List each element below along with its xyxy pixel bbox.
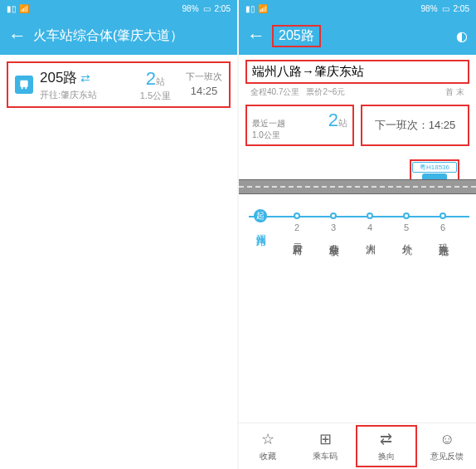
schedule-label: 首 末 (445, 86, 464, 98)
stop-name: 云露村口 (290, 236, 304, 239)
status-time: 2:05 (454, 4, 469, 13)
nav-feedback[interactable]: ☺ 意见反馈 (419, 423, 477, 469)
road-graphic (239, 179, 476, 194)
bottom-nav: ☆ 收藏 ⊞ 乘车码 ⇄ 换向 ☺ 意见反馈 (239, 423, 476, 469)
stop-dot (330, 213, 337, 219)
stop-item[interactable]: 4大洲 (352, 226, 388, 239)
next-time: 14:25 (429, 119, 456, 131)
page-title: 205路 (272, 25, 321, 47)
stop-dot (440, 213, 446, 219)
license-plate: 粤H18536 (412, 162, 457, 173)
battery-text: 98% (182, 4, 199, 13)
track-area: 粤H18536 (239, 159, 476, 204)
next-label: 下一班次 (186, 71, 222, 82)
svg-point-1 (22, 87, 23, 89)
stop-dot (367, 213, 373, 219)
route-main: 205路 ⇄ 开往:肇庆东站 (40, 68, 134, 101)
bus-icon (15, 76, 33, 94)
back-icon[interactable]: ← (247, 25, 265, 46)
route-destination: 开往:肇庆东站 (40, 89, 134, 101)
next-label: 下一班次： (375, 119, 429, 131)
status-time: 2:05 (215, 4, 231, 13)
recent-distance: 1.0公里 (252, 129, 285, 141)
stops-unit: 站 (156, 76, 165, 86)
screen-route-detail: ▮▯ 📶 98% ▭ 2:05 ← 205路 ◐ 端州八路→肇庆东站 全程40.… (239, 0, 476, 469)
stop-dot (403, 213, 410, 219)
route-card[interactable]: 205路 ⇄ 开往:肇庆东站 2站 1.5公里 下一班次 14:25 (7, 61, 231, 108)
nav-label: 收藏 (260, 451, 276, 462)
header: ← 火车站综合体(肇庆大道） (0, 17, 237, 55)
stops-count: 2 (146, 68, 156, 89)
headset-icon: ☺ (440, 431, 454, 448)
route-meta: 全程40.7公里 票价2~6元 首 末 (239, 86, 476, 101)
stop-name: 大洲 (363, 236, 377, 237)
star-icon: ☆ (261, 430, 274, 448)
stop-number: 4 (352, 222, 388, 232)
nav-label: 乘车码 (313, 451, 338, 462)
stop-number: 2 (279, 222, 315, 232)
swap-icon[interactable]: ⇄ (80, 71, 90, 85)
stop-item[interactable]: 6玑东路北 (425, 226, 461, 239)
distance: 1.5公里 (140, 90, 171, 101)
next-time: 14:25 (186, 85, 222, 98)
stop-name: 端州八路 (254, 226, 268, 229)
battery-text: 98% (421, 4, 438, 13)
svg-rect-0 (20, 81, 27, 87)
origin-badge: 起 (254, 209, 267, 222)
nav-qrcode[interactable]: ⊞ 乘车码 (297, 423, 355, 469)
signal-icon: ▮▯ (7, 4, 17, 13)
status-bar: ▮▯ 📶 98% ▭ 2:05 (0, 0, 237, 17)
signal-icon: ▮▯ (245, 4, 255, 13)
nav-favorite[interactable]: ☆ 收藏 (239, 423, 297, 469)
stops-info: 2站 1.5公里 (140, 68, 171, 101)
info-blocks: 最近一趟 1.0公里 2站 下一班次：14:25 (239, 101, 476, 149)
next-info: 下一班次 14:25 (186, 71, 222, 98)
stop-name: 外坑 (400, 236, 414, 237)
next-block[interactable]: 下一班次：14:25 (361, 105, 469, 146)
tip-icon[interactable]: ◐ (456, 28, 468, 44)
header: ← 205路 ◐ (239, 17, 476, 55)
nav-label: 换向 (378, 451, 395, 462)
battery-icon: ▭ (203, 4, 211, 13)
qr-icon: ⊞ (319, 430, 332, 448)
svg-point-2 (25, 87, 27, 89)
stops-row[interactable]: 起端州八路2云露村口3商业学校4大洲5外坑6玑东路北 (239, 226, 476, 239)
stop-dot (294, 213, 300, 219)
recent-stops-count: 2 (328, 110, 338, 130)
total-distance: 全程40.7公里 (250, 86, 299, 98)
nav-swap-direction[interactable]: ⇄ 换向 (356, 425, 417, 467)
page-title: 火车站综合体(肇庆大道） (33, 27, 183, 45)
swap-icon: ⇄ (380, 430, 392, 448)
nav-label: 意见反馈 (430, 451, 464, 462)
screen-route-list: ▮▯ 📶 98% ▭ 2:05 ← 火车站综合体(肇庆大道） 205路 ⇄ 开往… (0, 0, 237, 469)
stop-number: 3 (315, 222, 352, 232)
recent-block[interactable]: 最近一趟 1.0公里 2站 (245, 105, 354, 146)
stop-name: 商业学校 (327, 236, 341, 239)
route-direction: 端州八路→肇庆东站 (245, 60, 469, 84)
stop-number: 5 (388, 222, 425, 232)
stop-name: 玑东路北 (436, 236, 450, 239)
stop-number: 6 (425, 222, 461, 232)
recent-stops-unit: 站 (338, 118, 347, 128)
stop-item[interactable]: 3商业学校 (315, 226, 352, 239)
status-bar: ▮▯ 📶 98% ▭ 2:05 (239, 0, 476, 17)
stop-item[interactable]: 2云露村口 (279, 226, 315, 239)
wifi-icon: 📶 (19, 4, 29, 13)
recent-label: 最近一趟 (252, 118, 285, 129)
wifi-icon: 📶 (258, 4, 268, 13)
stop-item[interactable]: 5外坑 (388, 226, 425, 239)
fare: 票价2~6元 (306, 86, 345, 98)
back-icon[interactable]: ← (8, 25, 27, 46)
battery-icon: ▭ (442, 4, 449, 13)
stop-item[interactable]: 起端州八路 (242, 226, 279, 239)
route-number: 205路 (40, 68, 77, 87)
